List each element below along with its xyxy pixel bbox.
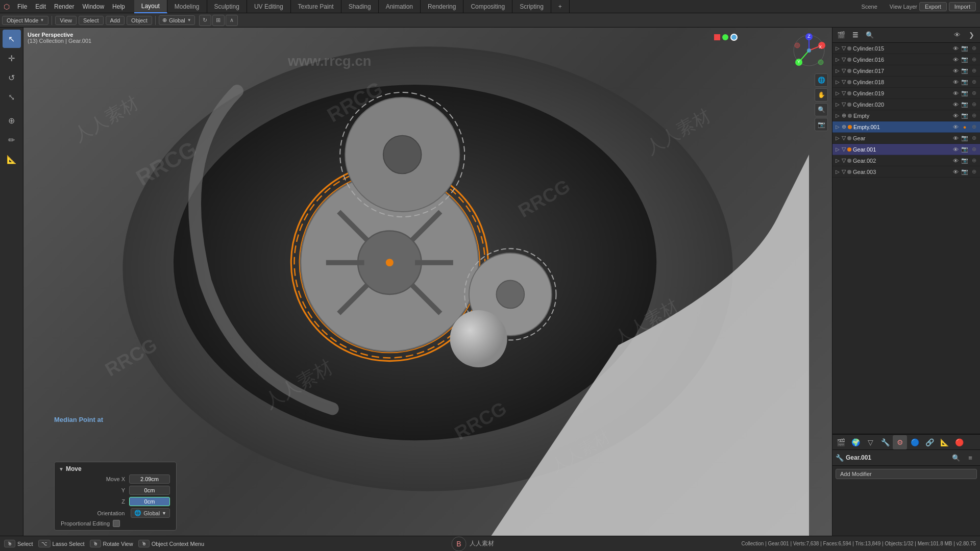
visibility-icon[interactable]: 👁 <box>951 45 960 52</box>
select-icon[interactable]: ⊕ <box>970 101 978 108</box>
tab-sculpting[interactable]: Sculpting <box>207 0 247 13</box>
menu-help[interactable]: Help <box>108 2 129 11</box>
menu-edit[interactable]: Edit <box>31 2 50 11</box>
annotate-tool-btn[interactable]: ✏ <box>3 131 21 149</box>
move-y-input[interactable]: 0cm <box>129 486 170 495</box>
outliner-item-cylinder019[interactable]: ▷ ▽ Cylinder.019 👁 📷 ⊕ <box>832 88 980 99</box>
menu-file[interactable]: File <box>13 2 31 11</box>
select-icon[interactable]: ⊕ <box>970 168 978 175</box>
tab-animation[interactable]: Animation <box>379 0 421 13</box>
global-dropdown[interactable]: ⊕ Global ▼ <box>159 15 195 25</box>
tab-rendering[interactable]: Rendering <box>421 0 463 13</box>
outliner-item-cylinder020[interactable]: ▷ ▽ Cylinder.020 👁 📷 ⊕ <box>832 99 980 110</box>
tab-uv-editing[interactable]: UV Editing <box>247 0 291 13</box>
cursor-tool-btn[interactable]: ⊕ <box>3 111 21 130</box>
visibility-icon[interactable]: 👁 <box>951 113 960 119</box>
render-icon[interactable]: 📷 <box>961 157 969 164</box>
outliner-item-gear[interactable]: ▷ ▽ Gear 👁 📷 ⊕ <box>832 133 980 144</box>
select-icon[interactable]: ⊕ <box>970 135 978 141</box>
view-menu[interactable]: View <box>55 16 77 25</box>
visibility-icon[interactable]: 👁 <box>951 124 960 130</box>
outliner-item-cylinder018[interactable]: ▷ ▽ Cylinder.018 👁 📷 ⊕ <box>832 77 980 88</box>
select-menu[interactable]: Select <box>79 16 104 25</box>
outliner-item-cylinder015[interactable]: ▷ ▽ Cylinder.015 👁 📷 ⊕ <box>832 43 980 54</box>
proportional-checkbox[interactable] <box>113 520 120 527</box>
scene-collection-icon[interactable]: 🎬 <box>835 29 848 42</box>
object-menu[interactable]: Object <box>127 16 152 25</box>
filter-icon[interactable]: 🔍 <box>863 29 876 42</box>
vt-btn-1[interactable]: ↻ <box>199 15 211 26</box>
outliner-item-gear003[interactable]: ▷ ▽ Gear.003 👁 📷 ⊕ <box>832 166 980 178</box>
outliner[interactable]: ▷ ▽ Cylinder.015 👁 📷 ⊕ ▷ ▽ Cylinder.016 … <box>832 43 980 434</box>
select-icon[interactable]: ⊕ <box>970 79 978 85</box>
visibility-icon[interactable]: 👁 <box>951 158 960 164</box>
visibility-toggle[interactable]: 👁 <box>950 29 964 42</box>
hide-icon[interactable]: ● <box>961 124 969 130</box>
shortcut-rmb[interactable]: 🖱 Object Context Menu <box>138 540 204 547</box>
panel-collapse[interactable]: ❯ <box>965 29 978 42</box>
object-mode-dropdown[interactable]: Object Mode ▼ <box>2 16 48 25</box>
outliner-item-cylinder017[interactable]: ▷ ▽ Cylinder.017 👁 📷 ⊕ <box>832 65 980 77</box>
tab-scripting[interactable]: Scripting <box>512 0 551 13</box>
visibility-icon[interactable]: 👁 <box>951 57 960 63</box>
menu-window[interactable]: Window <box>78 2 108 11</box>
outliner-item-empty001[interactable]: ▷ ⊕ Empty.001 👁 ● ⊕ <box>832 121 980 133</box>
outliner-item-gear002[interactable]: ▷ ▽ Gear.002 👁 📷 ⊕ <box>832 155 980 166</box>
select-icon[interactable]: ⊕ <box>970 157 978 164</box>
tab-texture-paint[interactable]: Texture Paint <box>291 0 341 13</box>
visibility-icon[interactable]: 👁 <box>951 102 960 108</box>
modifier-props-btn[interactable]: 🔧 <box>878 435 892 449</box>
move-x-input[interactable]: 2.09cm <box>129 474 170 484</box>
select-icon[interactable]: ⊕ <box>970 123 978 130</box>
outliner-icon[interactable]: ☰ <box>849 29 862 42</box>
particles-btn[interactable]: ⚙ <box>893 435 907 449</box>
scale-tool-btn[interactable]: ⤡ <box>3 88 21 106</box>
add-modifier-button[interactable]: Add Modifier <box>836 469 977 479</box>
measure-tool-btn[interactable]: 📐 <box>3 150 21 168</box>
select-icon[interactable]: ⊕ <box>970 90 978 96</box>
blender-logo[interactable]: ⬡ <box>0 0 13 13</box>
nav-camera[interactable]: 📷 <box>815 118 828 131</box>
props-panel-menu[interactable]: ≡ <box>964 451 977 464</box>
vt-btn-3[interactable]: ∧ <box>226 15 238 26</box>
viewport-gizmo[interactable]: X Y Z <box>791 33 827 68</box>
export-button[interactable]: Export <box>919 2 947 11</box>
render-icon[interactable]: 📷 <box>961 101 969 108</box>
select-icon[interactable]: ⊕ <box>970 112 978 119</box>
outliner-item-cylinder016[interactable]: ▷ ▽ Cylinder.016 👁 📷 ⊕ <box>832 54 980 65</box>
select-icon[interactable]: ⊕ <box>970 45 978 52</box>
orientation-select[interactable]: 🌐 Global ▼ <box>131 508 170 518</box>
move-panel-header[interactable]: ▼ Move <box>57 464 174 473</box>
render-icon[interactable]: 📷 <box>961 90 969 96</box>
nav-pan[interactable]: ✋ <box>815 88 828 102</box>
import-button[interactable]: Import <box>949 2 976 11</box>
tab-modeling[interactable]: Modeling <box>167 0 207 13</box>
props-search[interactable]: 🔍 <box>949 451 963 464</box>
shortcut-lasso[interactable]: ⌥ Lasso Select <box>38 540 85 547</box>
render-icon[interactable]: 📷 <box>961 56 969 63</box>
render-icon[interactable]: 📷 <box>961 146 969 153</box>
render-icon[interactable]: 📷 <box>961 79 969 85</box>
visibility-icon[interactable]: 👁 <box>951 68 960 74</box>
outliner-item-gear001[interactable]: ▷ ▽ Gear.001 👁 📷 ⊕ <box>832 144 980 155</box>
select-icon[interactable]: ⊕ <box>970 67 978 74</box>
nav-zoom-in[interactable]: 🌐 <box>815 73 828 87</box>
world-props-btn[interactable]: 🌍 <box>848 435 863 449</box>
select-icon[interactable]: ⊕ <box>970 146 978 153</box>
visibility-icon[interactable]: 👁 <box>951 79 960 85</box>
render-icon[interactable]: 📷 <box>961 135 969 141</box>
visibility-icon[interactable]: 👁 <box>951 90 960 96</box>
add-menu[interactable]: Add <box>106 16 125 25</box>
render-icon[interactable]: 📷 <box>961 112 969 119</box>
tab-shading[interactable]: Shading <box>341 0 379 13</box>
tab-add[interactable]: + <box>551 0 570 13</box>
shortcut-mmb[interactable]: 🖱 Rotate View <box>90 540 133 547</box>
select-tool-btn[interactable]: ↖ <box>3 30 21 48</box>
render-icon[interactable]: 📷 <box>961 168 969 175</box>
move-z-input[interactable]: 0cm <box>129 497 170 506</box>
render-icon[interactable]: 📷 <box>961 67 969 74</box>
outliner-item-empty[interactable]: ▷ ⊕ Empty 👁 📷 ⊕ <box>832 110 980 121</box>
shortcut-lmb[interactable]: 🖱 Select <box>4 540 33 547</box>
rotate-tool-btn[interactable]: ↺ <box>3 68 21 87</box>
tab-compositing[interactable]: Compositing <box>463 0 512 13</box>
